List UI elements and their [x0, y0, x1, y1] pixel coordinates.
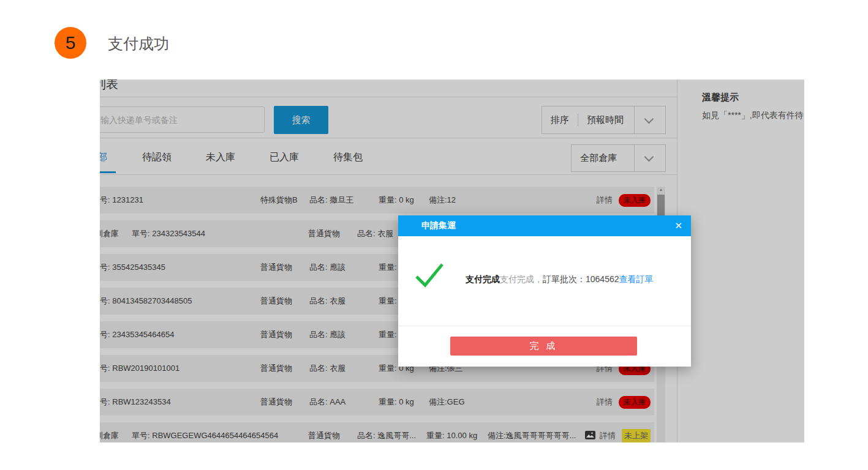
done-button[interactable]: 完 成: [450, 337, 637, 356]
result-grey: 支付完成，: [500, 274, 543, 284]
modal-footer: 完 成: [398, 326, 691, 367]
page-title: 支付成功: [108, 34, 169, 54]
modal-title: 申請集運: [421, 220, 456, 231]
modal-body: 支付完成支付完成，訂單批次：1064562查看訂單: [398, 236, 691, 326]
step-number: 5: [66, 32, 76, 53]
success-check-icon: [414, 258, 445, 290]
step-number-badge: 5: [55, 27, 86, 59]
payment-result-text: 支付完成支付完成，訂單批次：1064562查看訂單: [466, 274, 654, 285]
result-bold: 支付完成: [466, 274, 500, 284]
order-batch: 訂單批次：1064562: [543, 274, 619, 284]
apply-consolidation-modal: 申請集運 ✕ 支付完成支付完成，訂單批次：1064562查看訂單 完 成: [398, 215, 691, 367]
view-order-link[interactable]: 查看訂單: [619, 274, 654, 284]
modal-header: 申請集運 ✕: [398, 215, 691, 236]
screenshot-region: 包裹列表 搜索 排序 預報時間 全部 待認領 未入庫 已入庫 待集包 全部倉庫 …: [100, 80, 804, 442]
close-icon[interactable]: ✕: [674, 220, 682, 231]
page: 5 支付成功 包裹列表 搜索 排序 預報時間 全部 待認領 未入庫 已入庫 待集…: [0, 0, 868, 470]
